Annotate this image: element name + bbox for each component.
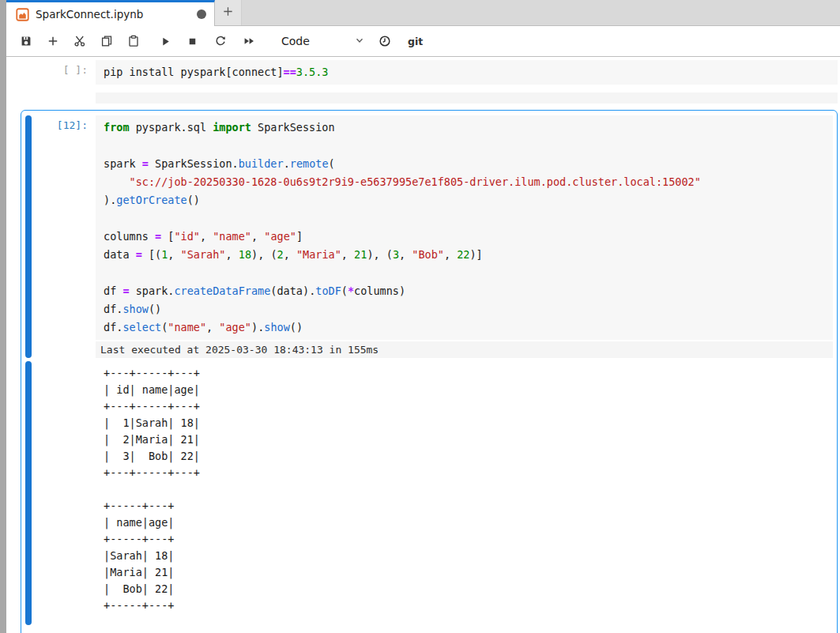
copy-cells-button[interactable] <box>93 29 120 53</box>
stream-output: +---+-----+---+ | id| name|age| +---+---… <box>96 361 833 625</box>
tab-sparkconnect-notebook[interactable]: SparkConnect.ipynb <box>6 0 215 26</box>
notebook-panel: [ ]: pip install pyspark[connect]==3.5.3… <box>6 57 840 633</box>
unsaved-changes-indicator[interactable] <box>197 9 206 19</box>
scissors-icon <box>73 35 86 47</box>
kernel-history-button[interactable] <box>371 29 398 53</box>
dock-tab-bar: SparkConnect.ipynb <box>6 0 840 26</box>
code-editor[interactable]: pip install pyspark[connect]==3.5.3 <box>96 60 838 85</box>
execution-time-bar <box>96 92 838 104</box>
input-prompt: [12]: <box>35 115 96 358</box>
plus-icon <box>47 35 59 47</box>
output-collapser[interactable] <box>25 361 32 625</box>
code-cell-pip-install[interactable]: [ ]: pip install pyspark[connect]==3.5.3 <box>21 60 838 104</box>
tab-title: SparkConnect.ipynb <box>36 8 190 21</box>
insert-cell-button[interactable] <box>40 29 66 53</box>
restart-run-all-button[interactable] <box>235 29 262 53</box>
cell-input-area: [ ]: pip install pyspark[connect]==3.5.3 <box>21 60 838 104</box>
restart-kernel-button[interactable] <box>207 29 234 53</box>
cell-type-dropdown[interactable]: Code <box>281 34 365 49</box>
git-toolbar-button[interactable]: git <box>408 36 423 47</box>
cell-output-area: +---+-----+---+ | id| name|age| +---+---… <box>25 361 833 625</box>
chevron-down-icon <box>354 34 365 49</box>
input-collapser[interactable] <box>25 115 32 358</box>
clock-icon <box>379 35 391 47</box>
left-panel-edge <box>0 0 6 633</box>
play-icon <box>160 36 171 47</box>
input-prompt: [ ]: <box>21 60 96 104</box>
stop-icon <box>186 36 198 47</box>
floppy-disk-icon <box>20 35 32 47</box>
jupyterlab-window: SparkConnect.ipynb <box>0 0 840 633</box>
paste-cells-button[interactable] <box>120 29 147 53</box>
notebook-toolbar: Code git <box>6 26 840 57</box>
notebook-icon <box>16 8 29 21</box>
save-button[interactable] <box>13 29 40 53</box>
copy-icon <box>100 35 113 47</box>
code-cell-spark-session[interactable]: [12]: from pyspark.sql import SparkSessi… <box>21 110 838 633</box>
run-cell-button[interactable] <box>152 29 179 53</box>
fast-forward-icon <box>243 35 255 47</box>
cut-cells-button[interactable] <box>66 29 93 53</box>
cell-input-area: [12]: from pyspark.sql import SparkSessi… <box>25 115 833 358</box>
execution-time-bar: Last executed at 2025-03-30 18:43:13 in … <box>96 341 833 358</box>
cell-type-value: Code <box>281 35 310 47</box>
code-editor[interactable]: from pyspark.sql import SparkSession spa… <box>96 115 833 340</box>
interrupt-kernel-button[interactable] <box>179 29 205 53</box>
plus-icon <box>222 6 234 21</box>
main-area: SparkConnect.ipynb <box>6 0 840 633</box>
new-tab-button[interactable] <box>215 0 242 25</box>
clipboard-icon <box>127 35 140 47</box>
restart-icon <box>214 35 227 47</box>
output-prompt-spacer <box>35 361 96 625</box>
